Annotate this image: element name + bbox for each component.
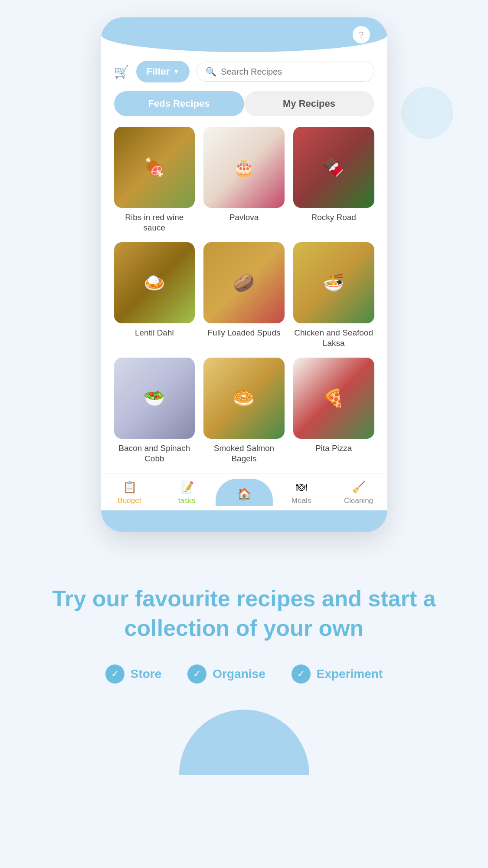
bottom-circle-wrapper [0,710,488,775]
recipe-name-7: Bacon and Spinach Cobb [114,443,195,464]
recipe-card-4[interactable]: 🍛Lentil Dahl [114,242,195,349]
recipe-image-6: 🍜 [293,242,374,323]
search-icon: 🔍 [206,66,216,77]
bottom-section: Try our favourite recipes and start a co… [0,558,488,710]
recipe-image-9: 🍕 [293,358,374,439]
nav-label-cleaning: Cleaning [344,496,373,505]
feature-label-experiment: Experiment [317,667,383,681]
top-blob [101,17,387,52]
recipe-card-9[interactable]: 🍕Pita Pizza [293,358,374,464]
nav-item-cleaning[interactable]: 🧹Cleaning [330,473,387,510]
nav-item-tasks[interactable]: 📝tasks [158,473,216,510]
recipe-card-2[interactable]: 🎂Pavlova [203,127,285,233]
toolbar: 🛒 Filter ▼ 🔍 [101,61,387,91]
feature-item-store: ✓Store [105,664,162,684]
my-recipes-tab[interactable]: My Recipes [244,91,374,116]
recipe-name-1: Ribs in red wine sauce [114,212,195,233]
nav-icon-tasks: 📝 [180,480,194,494]
recipe-image-4: 🍛 [114,242,195,323]
recipe-card-5[interactable]: 🥔Fully Loaded Spuds [203,242,285,349]
phone-wrapper: 🛒 Filter ▼ 🔍 Feds Recipes My Recipes 🍖Ri… [0,0,488,558]
feature-check-organise: ✓ [187,664,206,684]
nav-label-tasks: tasks [178,496,196,505]
feds-recipes-tab[interactable]: Feds Recipes [114,91,244,116]
recipe-image-5: 🥔 [203,242,285,323]
recipe-image-1: 🍖 [114,127,195,208]
features: ✓Store✓Organise✓Experiment [35,664,453,684]
recipe-name-5: Fully Loaded Spuds [208,328,281,339]
feature-item-experiment: ✓Experiment [291,664,383,684]
nav-icon-budget: 📋 [123,480,137,494]
headline: Try our favourite recipes and start a co… [35,584,453,643]
recipe-name-2: Pavlova [229,212,259,223]
recipe-name-8: Smoked Salmon Bagels [203,443,285,464]
recipe-image-3: 🍫 [293,127,374,208]
feature-label-store: Store [131,667,162,681]
recipe-card-1[interactable]: 🍖Ribs in red wine sauce [114,127,195,233]
recipe-card-3[interactable]: 🍫Rocky Road [293,127,374,233]
nav-icon-cleaning: 🧹 [352,480,366,494]
feature-item-organise: ✓Organise [187,664,265,684]
feature-check-experiment: ✓ [291,664,311,684]
nav-icon-meals: 🍽 [296,480,307,494]
recipe-grid: 🍖Ribs in red wine sauce🎂Pavlova🍫Rocky Ro… [101,127,387,473]
recipe-card-8[interactable]: 🥯Smoked Salmon Bagels [203,358,285,464]
recipe-image-2: 🎂 [203,127,285,208]
recipe-card-6[interactable]: 🍜Chicken and Seafood Laksa [293,242,374,349]
phone-bottom [101,510,387,532]
tab-row: Feds Recipes My Recipes [101,91,387,127]
nav-item-meals[interactable]: 🍽Meals [273,473,330,510]
recipe-name-3: Rocky Road [311,212,356,223]
filter-arrow-icon: ▼ [173,68,179,75]
search-input[interactable] [221,67,365,77]
nav-item-home[interactable]: 🏠 [216,479,273,506]
recipe-name-9: Pita Pizza [315,443,352,454]
feature-label-organise: Organise [213,667,265,681]
phone-mockup: 🛒 Filter ▼ 🔍 Feds Recipes My Recipes 🍖Ri… [101,17,387,532]
nav-label-budget: Budget [118,496,141,505]
nav-label-meals: Meals [291,496,311,505]
feature-check-store: ✓ [105,664,124,684]
cart-icon[interactable]: 🛒 [114,65,129,79]
recipe-name-4: Lentil Dahl [135,328,174,339]
nav-icon-home: 🏠 [237,487,251,501]
nav-item-budget[interactable]: 📋Budget [101,473,158,510]
search-bar: 🔍 [197,62,374,82]
recipe-image-8: 🥯 [203,358,285,439]
bottom-nav: 📋Budget📝tasks🏠🍽Meals🧹Cleaning [101,473,387,510]
recipe-card-7[interactable]: 🥗Bacon and Spinach Cobb [114,358,195,464]
recipe-name-6: Chicken and Seafood Laksa [293,328,374,349]
bottom-circle-shape [179,710,309,775]
filter-label: Filter [147,66,170,77]
filter-button[interactable]: Filter ▼ [136,61,190,82]
recipe-image-7: 🥗 [114,358,195,439]
